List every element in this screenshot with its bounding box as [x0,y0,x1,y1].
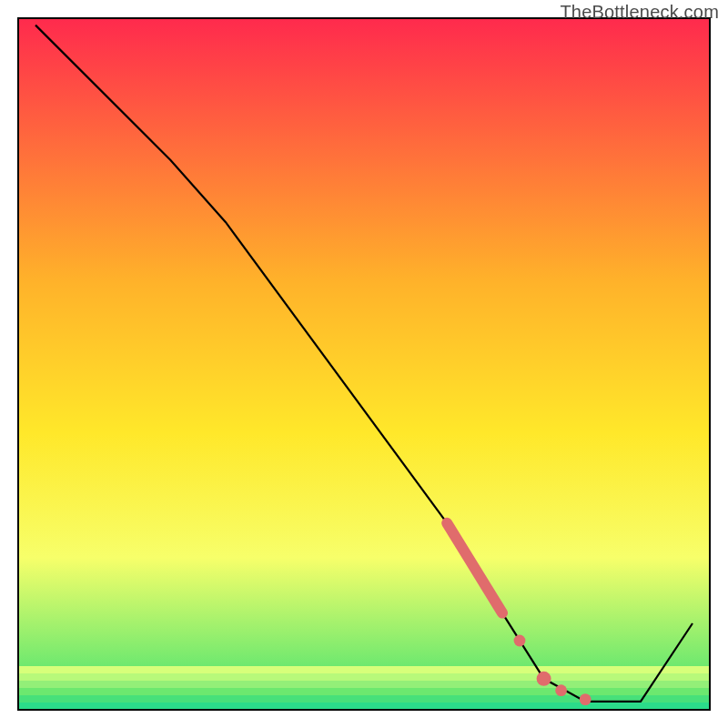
plot-background [18,18,710,710]
gradient-band [18,681,710,688]
marker-4 [580,693,592,705]
chart-container: TheBottleneck.com [0,0,728,728]
marker-2 [537,672,551,686]
bottom-bands [18,666,710,710]
bottleneck-chart [0,0,728,728]
gradient-band [18,688,710,695]
watermark-text: TheBottleneck.com [560,2,719,23]
gradient-band [18,666,710,673]
marker-3 [555,684,567,696]
marker-1 [514,635,526,647]
gradient-band [18,673,710,681]
gradient-band [18,703,710,710]
